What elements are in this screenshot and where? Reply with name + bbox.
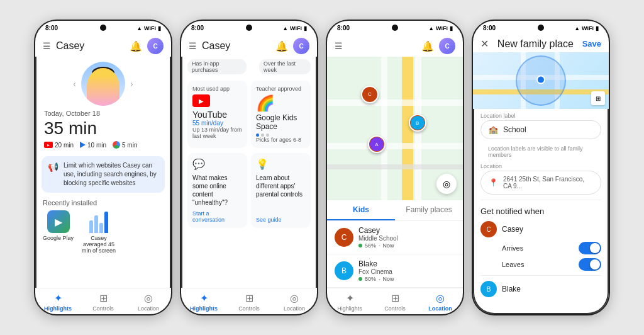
divider-1 [480, 200, 601, 200]
casey-battery: 56% [365, 242, 376, 249]
most-used-card[interactable]: Most used app YouTube 55 min/day Up 13 m… [187, 81, 247, 148]
link-card-1-action[interactable]: Start a conversation [192, 210, 242, 223]
badges-row: Has in-app purchases Over the last week [181, 57, 317, 77]
notify-person-blake: B Blake [480, 278, 601, 300]
nav-location-3[interactable]: ◎ Location [418, 288, 463, 314]
p1-header: ☰ Casey 🔔 C [35, 33, 171, 57]
location-input[interactable]: 📍 2641 25th St, San Francisco, CA 9... [480, 171, 601, 195]
location-label-input[interactable]: 🏫 School [480, 120, 601, 139]
tab-kids[interactable]: Kids [327, 200, 395, 220]
p3-bottom-nav: ✦ Highlights ⊞ Controls ◎ Location [327, 288, 463, 314]
bell-icon-1[interactable]: 🔔 [130, 40, 142, 52]
conversation-icon: 💬 [192, 158, 242, 170]
bar-2 [94, 215, 98, 233]
map-layers-btn[interactable]: ⊞ [591, 91, 605, 105]
most-used-stat: 55 min/day [192, 120, 242, 127]
user-avatar-2[interactable]: C [293, 38, 309, 54]
location-label-1: Location [138, 305, 159, 312]
two-col-section: Most used app YouTube 55 min/day Up 13 m… [181, 77, 317, 150]
bell-icon-2[interactable]: 🔔 [275, 40, 288, 52]
date-label: Today, October 18 [43, 110, 100, 117]
app-breakdown: 20 min 10 min 5 min [43, 141, 137, 149]
gks-icon: 🌈 [256, 94, 306, 112]
casey-notify-avatar: C [480, 221, 497, 237]
avatar-nav: ‹ › [73, 62, 133, 106]
p1-header-left: ☰ Casey [43, 40, 84, 52]
gks-app-name: Google Kids Space [256, 113, 306, 131]
phone2-content: ☰ Casey 🔔 C Has in-app purchases Over th… [181, 33, 317, 288]
user-avatar-3[interactable]: C [439, 38, 455, 54]
nav-controls-1[interactable]: ⊞ Controls [80, 288, 126, 314]
location-label-3: Location [428, 305, 452, 312]
teacher-approved-card[interactable]: Teacher approved 🌈 Google Kids Space Pic… [251, 81, 311, 148]
close-icon[interactable]: ✕ [480, 38, 489, 50]
casey-leaves-toggle[interactable] [579, 258, 601, 271]
map-avatar-3: A [368, 135, 386, 153]
kids-list: C Casey Middle School 56% · Now B [327, 221, 463, 288]
status-icons-1: ▲ WiFi ▮ [136, 25, 161, 31]
map-avatar-1: C [361, 86, 379, 103]
map-pin [536, 76, 545, 84]
next-arrow[interactable]: › [130, 79, 133, 89]
school-icon: 🏫 [489, 125, 498, 134]
nav-highlights-1[interactable]: ✦ Highlights [35, 288, 80, 314]
user-avatar-1[interactable]: C [147, 38, 164, 54]
link-card-1[interactable]: 💬 What makes some online content "unheal… [187, 153, 247, 228]
bar-4 [104, 212, 108, 233]
casey-name: Casey [358, 226, 455, 235]
recent-app-gplay[interactable]: ▶ Google Play [43, 210, 74, 254]
chrome-time: 5 min [113, 141, 137, 149]
most-used-label: Most used app [192, 86, 242, 92]
bell-icon-3[interactable]: 🔔 [421, 40, 434, 52]
location-field: Location 📍 2641 25th St, San Francisco, … [480, 163, 601, 195]
link-card-1-text: What makes some online content "unhealth… [192, 174, 242, 207]
casey-arrives-toggle[interactable] [579, 242, 601, 254]
nav-location-2[interactable]: ◎ Location [272, 288, 317, 314]
status-time-1: 8:00 [45, 25, 58, 31]
hamburger-icon-2[interactable]: ☰ [189, 41, 197, 51]
nav-location-1[interactable]: ◎ Location [126, 288, 171, 314]
road-h3 [327, 164, 463, 169]
nav-highlights-2[interactable]: ✦ Highlights [181, 288, 226, 314]
blake-notify-avatar: B [480, 281, 497, 297]
phone4-content: ✕ New family place Save ⊞ Location label… [473, 33, 609, 314]
blake-avatar: B [335, 261, 353, 280]
link-card-2-action[interactable]: See guide [256, 217, 306, 223]
camera-notch-4 [538, 25, 544, 31]
nav-highlights-3[interactable]: ✦ Highlights [327, 288, 372, 314]
hamburger-icon-3[interactable]: ☰ [335, 41, 343, 51]
blake-status: 80% · Now [358, 276, 455, 282]
phone-4: 8:00 ▲ WiFi ▮ ✕ New family place Save [472, 20, 610, 315]
status-icons-2: ▲ WiFi ▮ [282, 25, 307, 31]
location-btn[interactable]: ◎ [436, 174, 457, 194]
save-button[interactable]: Save [582, 39, 601, 48]
teacher-approved-label: Teacher approved [256, 86, 306, 92]
kid-casey[interactable]: C Casey Middle School 56% · Now [327, 221, 463, 254]
tab-family-places[interactable]: Family places [395, 200, 463, 220]
casey-status: 56% · Now [358, 242, 455, 249]
info-speaker-icon: 📢 [48, 162, 58, 172]
location-label-label: Location label [480, 113, 601, 119]
hamburger-icon[interactable]: ☰ [43, 41, 51, 51]
nav-controls-2[interactable]: ⊞ Controls [226, 288, 272, 314]
casey-location: Middle School [358, 235, 455, 242]
kid-blake[interactable]: B Blake Fox Cinema 80% · Now [327, 254, 463, 288]
profile-avatar-1 [81, 62, 125, 106]
link-card-2[interactable]: 💡 Learn about different apps' parental c… [251, 153, 311, 228]
play-icon [80, 142, 86, 148]
blake-location: Fox Cinema [358, 268, 455, 275]
casey-arrives-label: Arrives [502, 244, 523, 252]
gplay-icon: ▶ [47, 210, 70, 233]
p3-header: ☰ 🔔 C [327, 33, 463, 57]
notify-person-casey: C Casey [480, 219, 601, 240]
info-card-1[interactable]: 📢 Limit which websites Casey can use, in… [42, 156, 165, 193]
controls-label-1: Controls [92, 305, 114, 312]
casey-status-dot [358, 244, 362, 247]
location-icon-2: ◎ [290, 292, 299, 304]
nav-controls-3[interactable]: ⊞ Controls [372, 288, 418, 314]
phone-2: 8:00 ▲ WiFi ▮ ☰ Casey 🔔 C Has in-app pur… [180, 20, 318, 315]
casey-time: Now [383, 242, 394, 249]
casey-leaves-label: Leaves [502, 261, 524, 268]
blake-name: Blake [358, 259, 455, 268]
prev-arrow[interactable]: ‹ [73, 79, 76, 89]
